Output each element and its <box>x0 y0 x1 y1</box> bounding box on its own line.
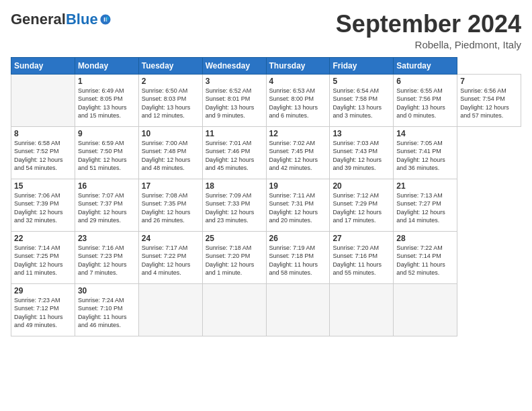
day-number: 22 <box>14 234 72 243</box>
day-number: 24 <box>142 234 200 243</box>
day-cell: 23Sunrise: 7:16 AMSunset: 7:23 PMDayligh… <box>75 231 138 283</box>
day-cell: 25Sunrise: 7:18 AMSunset: 7:20 PMDayligh… <box>202 231 266 283</box>
day-cell: 29Sunrise: 7:23 AMSunset: 7:12 PMDayligh… <box>11 283 75 336</box>
day-number: 17 <box>142 181 200 191</box>
day-cell: 20Sunrise: 7:12 AMSunset: 7:29 PMDayligh… <box>330 179 394 231</box>
day-info: Sunrise: 7:09 AMSunset: 7:33 PMDaylight:… <box>206 191 263 225</box>
day-cell <box>202 283 266 336</box>
day-number: 9 <box>78 129 136 138</box>
day-number: 29 <box>14 286 72 295</box>
logo-general-text: General <box>11 11 66 28</box>
day-number: 2 <box>142 77 200 86</box>
week-row-1: 8Sunrise: 6:58 AMSunset: 7:52 PMDaylight… <box>11 126 521 179</box>
day-cell <box>138 283 202 336</box>
day-cell: 7Sunrise: 6:56 AMSunset: 7:54 PMDaylight… <box>457 74 521 126</box>
day-info: Sunrise: 7:05 AMSunset: 7:41 PMDaylight:… <box>396 139 454 173</box>
day-info: Sunrise: 6:52 AMSunset: 8:01 PMDaylight:… <box>206 87 263 120</box>
day-cell <box>330 283 394 336</box>
day-number: 14 <box>396 129 454 138</box>
day-header-monday: Monday <box>75 57 138 74</box>
day-cell: 4Sunrise: 6:53 AMSunset: 8:00 PMDaylight… <box>266 74 330 126</box>
day-cell: 9Sunrise: 6:59 AMSunset: 7:50 PMDaylight… <box>75 126 138 179</box>
day-number: 1 <box>78 77 136 86</box>
day-header-saturday: Saturday <box>394 57 457 74</box>
day-number: 28 <box>396 234 454 243</box>
day-header-tuesday: Tuesday <box>138 57 202 74</box>
day-header-friday: Friday <box>330 57 394 74</box>
logo-blue-text: Blue <box>66 11 98 28</box>
day-header-thursday: Thursday <box>266 57 330 74</box>
day-info: Sunrise: 7:24 AMSunset: 7:10 PMDaylight:… <box>78 296 136 330</box>
day-info: Sunrise: 7:14 AMSunset: 7:25 PMDaylight:… <box>14 244 72 277</box>
day-info: Sunrise: 7:17 AMSunset: 7:22 PMDaylight:… <box>142 244 200 277</box>
day-number: 26 <box>269 234 327 243</box>
day-number: 8 <box>14 129 72 138</box>
day-number: 23 <box>78 234 136 243</box>
day-info: Sunrise: 7:01 AMSunset: 7:46 PMDaylight:… <box>206 139 263 173</box>
day-cell: 3Sunrise: 6:52 AMSunset: 8:01 PMDaylight… <box>202 74 266 126</box>
day-info: Sunrise: 7:20 AMSunset: 7:16 PMDaylight:… <box>332 244 390 277</box>
day-number: 30 <box>78 286 136 295</box>
day-info: Sunrise: 6:53 AMSunset: 8:00 PMDaylight:… <box>269 87 327 120</box>
day-cell: 12Sunrise: 7:02 AMSunset: 7:45 PMDayligh… <box>266 126 330 179</box>
day-info: Sunrise: 7:12 AMSunset: 7:29 PMDaylight:… <box>332 191 390 225</box>
day-cell: 17Sunrise: 7:08 AMSunset: 7:35 PMDayligh… <box>138 179 202 231</box>
day-info: Sunrise: 6:49 AMSunset: 8:05 PMDaylight:… <box>78 87 136 120</box>
day-number: 25 <box>206 234 263 243</box>
week-row-4: 29Sunrise: 7:23 AMSunset: 7:12 PMDayligh… <box>11 283 521 336</box>
day-cell <box>266 283 330 336</box>
day-number: 12 <box>269 129 327 138</box>
day-cell: 11Sunrise: 7:01 AMSunset: 7:46 PMDayligh… <box>202 126 266 179</box>
day-cell: 14Sunrise: 7:05 AMSunset: 7:41 PMDayligh… <box>394 126 457 179</box>
day-info: Sunrise: 7:08 AMSunset: 7:35 PMDaylight:… <box>142 191 200 225</box>
day-cell: 19Sunrise: 7:11 AMSunset: 7:31 PMDayligh… <box>266 179 330 231</box>
day-number: 13 <box>332 129 390 138</box>
day-number: 27 <box>332 234 390 243</box>
day-cell: 22Sunrise: 7:14 AMSunset: 7:25 PMDayligh… <box>11 231 75 283</box>
day-cell: 24Sunrise: 7:17 AMSunset: 7:22 PMDayligh… <box>138 231 202 283</box>
day-info: Sunrise: 7:13 AMSunset: 7:27 PMDaylight:… <box>396 191 454 225</box>
day-number: 10 <box>142 129 200 138</box>
week-row-0: 1Sunrise: 6:49 AMSunset: 8:05 PMDaylight… <box>11 74 521 126</box>
header: GeneralBlue September 2024 Robella, Pied… <box>11 11 521 50</box>
day-info: Sunrise: 7:11 AMSunset: 7:31 PMDaylight:… <box>269 191 327 225</box>
day-info: Sunrise: 7:18 AMSunset: 7:20 PMDaylight:… <box>206 244 263 277</box>
title-area: September 2024 Robella, Piedmont, Italy <box>336 11 521 50</box>
day-info: Sunrise: 7:03 AMSunset: 7:43 PMDaylight:… <box>332 139 390 173</box>
day-number: 6 <box>396 77 454 86</box>
day-header-sunday: Sunday <box>11 57 75 74</box>
day-cell: 8Sunrise: 6:58 AMSunset: 7:52 PMDaylight… <box>11 126 75 179</box>
day-info: Sunrise: 7:02 AMSunset: 7:45 PMDaylight:… <box>269 139 327 173</box>
day-info: Sunrise: 6:56 AMSunset: 7:54 PMDaylight:… <box>460 87 518 120</box>
day-number: 3 <box>206 77 263 86</box>
logo: GeneralBlue <box>11 11 112 28</box>
day-cell: 6Sunrise: 6:55 AMSunset: 7:56 PMDaylight… <box>394 74 457 126</box>
day-info: Sunrise: 6:50 AMSunset: 8:03 PMDaylight:… <box>142 87 200 120</box>
day-info: Sunrise: 6:54 AMSunset: 7:58 PMDaylight:… <box>332 87 390 120</box>
calendar-table: SundayMondayTuesdayWednesdayThursdayFrid… <box>11 57 521 336</box>
day-number: 7 <box>460 77 518 86</box>
day-header-wednesday: Wednesday <box>202 57 266 74</box>
day-number: 11 <box>206 129 263 138</box>
day-info: Sunrise: 7:16 AMSunset: 7:23 PMDaylight:… <box>78 244 136 277</box>
day-cell: 28Sunrise: 7:22 AMSunset: 7:14 PMDayligh… <box>394 231 457 283</box>
day-info: Sunrise: 7:19 AMSunset: 7:18 PMDaylight:… <box>269 244 327 277</box>
day-cell: 5Sunrise: 6:54 AMSunset: 7:58 PMDaylight… <box>330 74 394 126</box>
day-info: Sunrise: 6:58 AMSunset: 7:52 PMDaylight:… <box>14 139 72 173</box>
day-number: 18 <box>206 181 263 191</box>
empty-cell <box>11 74 75 126</box>
day-info: Sunrise: 7:07 AMSunset: 7:37 PMDaylight:… <box>78 191 136 225</box>
day-cell: 1Sunrise: 6:49 AMSunset: 8:05 PMDaylight… <box>75 74 138 126</box>
week-row-2: 15Sunrise: 7:06 AMSunset: 7:39 PMDayligh… <box>11 179 521 231</box>
day-number: 21 <box>396 181 454 191</box>
day-cell: 2Sunrise: 6:50 AMSunset: 8:03 PMDaylight… <box>138 74 202 126</box>
location: Robella, Piedmont, Italy <box>336 39 521 50</box>
day-number: 5 <box>332 77 390 86</box>
day-info: Sunrise: 7:22 AMSunset: 7:14 PMDaylight:… <box>396 244 454 277</box>
week-row-3: 22Sunrise: 7:14 AMSunset: 7:25 PMDayligh… <box>11 231 521 283</box>
day-cell: 15Sunrise: 7:06 AMSunset: 7:39 PMDayligh… <box>11 179 75 231</box>
day-cell: 13Sunrise: 7:03 AMSunset: 7:43 PMDayligh… <box>330 126 394 179</box>
day-number: 4 <box>269 77 327 86</box>
day-cell: 30Sunrise: 7:24 AMSunset: 7:10 PMDayligh… <box>75 283 138 336</box>
day-info: Sunrise: 6:55 AMSunset: 7:56 PMDaylight:… <box>396 87 454 120</box>
